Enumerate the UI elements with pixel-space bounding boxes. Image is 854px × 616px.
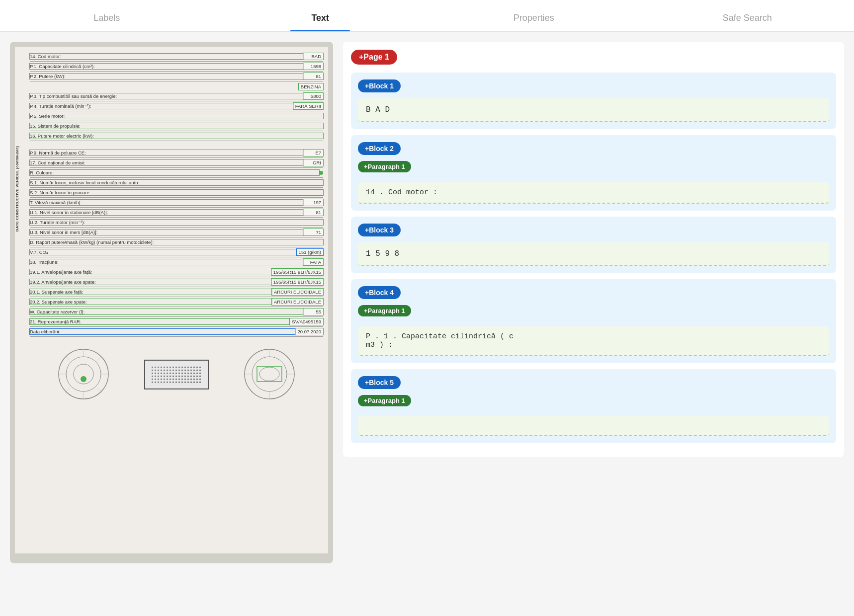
doc-value-benzina: BENZINA [299,83,323,90]
doc-row-p5: P.5. Serie motor: [30,111,323,121]
doc-label-p5: P.5. Serie motor: [30,113,323,119]
tab-labels[interactable]: Labels [0,13,214,31]
doc-value-17: GRI [303,159,323,166]
doc-label-17: 17. Cod național de emisii: [30,160,303,165]
svg-line-9 [97,387,102,392]
doc-label-d: D. Raport putere/masă (kW/kg) (numai pen… [30,239,323,245]
doc-label-p1: P.1. Capacitate cilindrică (cm³): [30,64,303,69]
doc-value-v7: 151 (g/km) [297,249,323,255]
doc-value-18: FATA [303,259,323,265]
seal-middle [144,360,209,389]
doc-row-192: 19.2. Anvelope/jante axe spate: 195/65R1… [30,277,323,287]
block-2-container: +Block 2 +Paragraph 1 14 . Cod motor : [351,135,836,211]
doc-row-p1: P.1. Capacitate cilindrică (cm³): 1598 [30,62,323,72]
doc-label-21: 21. Reprezentanță RAR: [30,319,290,324]
block-5-container: +Block 5 +Paragraph 1 [351,369,836,443]
doc-row-201: 20.1. Suspensie axe față: ARCURI ELICOID… [30,287,323,297]
doc-label-p2: P.2. Putere (kW): [30,74,303,79]
doc-label-16: 16. Putere motor electric (kW): [30,133,323,139]
doc-row-p4: P.4. Turație nominală (min⁻¹): FARĂ SERI… [30,101,323,111]
block-2-tag[interactable]: +Block 2 [358,142,401,155]
doc-row-202: 20.2. Suspensie axe spate: ARCURI ELICOI… [30,297,323,307]
block-4-paragraph-tag[interactable]: +Paragraph 1 [358,305,829,321]
page-block: +Page 1 +Block 1 B A D +Block 2 +Paragra… [343,42,844,457]
block-4-container: +Block 4 +Paragraph 1 P . 1 . Capacitate… [351,279,836,363]
tab-safe-search-label: Safe Search [723,13,772,23]
doc-label-201: 20.1. Suspensie axe față: [30,289,272,295]
doc-label-t: T. Viteză maximă (km/h): [30,200,303,205]
doc-label-191: 19.1. Anvelope/jante axe față: [30,269,271,275]
doc-value-21: SV/A0495159 [290,318,323,325]
block-2-text: 14 . Cod motor : [358,182,829,204]
block-5-paragraph-tag[interactable]: +Paragraph 1 [358,395,829,411]
paragraph-4-1-tag[interactable]: +Paragraph 1 [358,305,411,316]
color-dot [319,171,323,175]
spacer [30,141,323,148]
doc-image-container: DATE CONSTRUCTIVE VEHICUL (continuare) 1… [10,42,333,563]
doc-value-p3: 5800 [303,93,323,99]
wavy-line-3 [152,373,201,374]
tab-properties-label: Properties [513,13,554,23]
svg-point-1 [66,357,101,391]
doc-row-s2: S.2. Număr locuri în picioare: [30,188,323,198]
doc-row-s1: S.1. Număr locuri, inclusiv locul conduc… [30,178,323,188]
wavy-line-1 [152,367,201,368]
tab-safe-search[interactable]: Safe Search [641,13,854,31]
seal-left [56,347,111,402]
doc-value-p9: E7 [303,150,323,156]
doc-row-w: W. Capacitate rezervor (l): 55 [30,307,323,317]
doc-label-p9: P.9. Normă de poluare CE: [30,150,303,155]
block-5-tag[interactable]: +Block 5 [358,376,401,389]
doc-row-191: 19.1. Anvelope/jante axe față: 195/65R15… [30,267,323,277]
paragraph-5-1-tag[interactable]: +Paragraph 1 [358,395,411,406]
tab-properties[interactable]: Properties [427,13,641,31]
doc-label-u3: U.3. Nivel sonor in mers [dB(A)]: [30,230,303,235]
doc-label-p4: P.4. Turație nominală (min⁻¹): [30,103,293,109]
doc-label-date: Data eliberării: [30,329,295,334]
doc-label-14: 14. Cod motor: [30,54,303,59]
doc-row-p3: P.3. Tip combustibil sau sursă de energi… [30,91,323,101]
doc-row-date: Data eliberării: 20.07.2020 [30,327,323,337]
main-content: DATE CONSTRUCTIVE VEHICUL (continuare) 1… [0,32,854,573]
doc-row-17: 17. Cod național de emisii: GRI [30,158,323,168]
tab-text-label: Text [311,13,329,23]
block-3-tag[interactable]: +Block 3 [358,224,401,236]
doc-label-s2: S.2. Număr locuri în picioare: [30,190,323,195]
paragraph-1-tag[interactable]: +Paragraph 1 [358,161,411,172]
block-2-paragraph-tag[interactable]: +Paragraph 1 [358,161,829,177]
doc-value-t: 197 [303,199,323,206]
block-1-tag[interactable]: +Block 1 [358,79,401,92]
doc-row-u1: U.1. Nivel sonor în stationare [dB(A)]: … [30,208,323,218]
doc-row-18: 18. Tracțiune: FATA [30,257,323,267]
svg-point-14 [259,367,279,381]
doc-label-192: 19.2. Anvelope/jante axe spate: [30,279,271,285]
tab-text[interactable]: Text [214,13,427,31]
doc-paper: DATE CONSTRUCTIVE VEHICUL (continuare) 1… [15,47,328,553]
block-5-text [358,416,829,436]
block-3-text: 1 5 9 8 [358,242,829,266]
tab-bar: Labels Text Properties Safe Search [0,0,854,32]
block-4-tag[interactable]: +Block 4 [358,286,401,299]
doc-row-r: R. Culoare: [30,168,323,178]
wavy-line-2 [152,370,201,371]
doc-decorative [30,342,323,407]
doc-label-p3: P.3. Tip combustibil sau sursă de energi… [30,93,303,99]
doc-row-u2: U.2. Turație motor (min⁻¹): [30,218,323,228]
page-tag[interactable]: +Page 1 [351,50,397,65]
doc-label-18: 18. Tracțiune: [30,259,303,265]
doc-value-u1: 81 [303,209,323,216]
doc-value-202: ARCURI ELICOIDALE [272,299,323,305]
doc-label-202: 20.2. Suspensie axe spate: [30,299,272,305]
svg-rect-15 [257,367,282,382]
doc-row-t: T. Viteză maximă (km/h): 197 [30,198,323,208]
seal-right [242,347,297,402]
doc-value-p4: FARĂ SERII [293,103,323,109]
svg-point-3 [81,376,86,382]
doc-row-15: 15. Sistem de propulsie: [30,121,323,131]
svg-line-11 [65,387,70,392]
doc-value-w: 55 [303,308,323,315]
doc-value-date: 20.07.2020 [295,328,323,335]
wavy-lines [152,367,201,383]
seal-left-svg [56,347,111,401]
vertical-label: DATE CONSTRUCTIVE VEHICUL (continuare) [15,146,19,231]
